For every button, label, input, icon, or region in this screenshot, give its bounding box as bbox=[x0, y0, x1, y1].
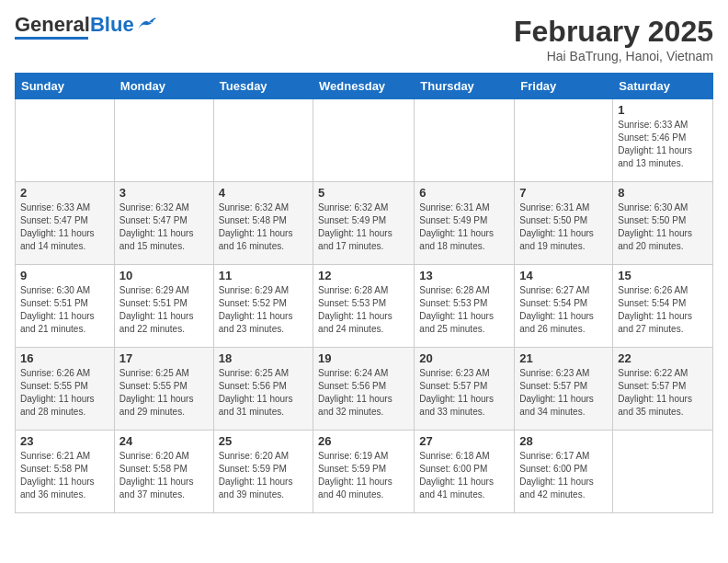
table-row: 28Sunrise: 6:17 AM Sunset: 6:00 PM Dayli… bbox=[515, 431, 613, 513]
table-row: 27Sunrise: 6:18 AM Sunset: 6:00 PM Dayli… bbox=[415, 431, 515, 513]
table-row: 14Sunrise: 6:27 AM Sunset: 5:54 PM Dayli… bbox=[515, 265, 613, 348]
table-row: 23Sunrise: 6:21 AM Sunset: 5:58 PM Dayli… bbox=[16, 431, 115, 513]
calendar-header-row: Sunday Monday Tuesday Wednesday Thursday… bbox=[16, 74, 713, 99]
day-info: Sunrise: 6:24 AM Sunset: 5:56 PM Dayligh… bbox=[318, 367, 409, 419]
table-row: 18Sunrise: 6:25 AM Sunset: 5:56 PM Dayli… bbox=[213, 348, 313, 431]
day-number: 14 bbox=[519, 269, 608, 282]
day-info: Sunrise: 6:19 AM Sunset: 5:59 PM Dayligh… bbox=[318, 450, 409, 501]
day-number: 23 bbox=[20, 434, 109, 448]
day-number: 2 bbox=[20, 186, 109, 200]
col-monday: Monday bbox=[114, 74, 213, 99]
day-number: 15 bbox=[618, 269, 708, 282]
table-row: 13Sunrise: 6:28 AM Sunset: 5:53 PM Dayli… bbox=[415, 265, 515, 348]
logo: GeneralBlue bbox=[15, 15, 156, 40]
table-row: 6Sunrise: 6:31 AM Sunset: 5:49 PM Daylig… bbox=[415, 182, 515, 265]
day-number: 25 bbox=[219, 434, 308, 448]
day-number: 22 bbox=[618, 351, 708, 365]
day-info: Sunrise: 6:30 AM Sunset: 5:50 PM Dayligh… bbox=[618, 201, 708, 253]
table-row bbox=[313, 99, 415, 182]
table-row bbox=[114, 99, 213, 182]
col-wednesday: Wednesday bbox=[313, 74, 415, 99]
logo-underline bbox=[15, 37, 88, 40]
table-row: 26Sunrise: 6:19 AM Sunset: 5:59 PM Dayli… bbox=[313, 431, 415, 513]
day-info: Sunrise: 6:33 AM Sunset: 5:47 PM Dayligh… bbox=[20, 201, 109, 253]
day-number: 13 bbox=[419, 269, 509, 282]
table-row: 16Sunrise: 6:26 AM Sunset: 5:55 PM Dayli… bbox=[16, 348, 115, 431]
day-number: 8 bbox=[618, 186, 708, 200]
calendar-week-row: 16Sunrise: 6:26 AM Sunset: 5:55 PM Dayli… bbox=[16, 348, 713, 431]
col-thursday: Thursday bbox=[415, 74, 515, 99]
day-info: Sunrise: 6:26 AM Sunset: 5:54 PM Dayligh… bbox=[618, 284, 708, 336]
table-row: 25Sunrise: 6:20 AM Sunset: 5:59 PM Dayli… bbox=[213, 431, 313, 513]
day-number: 10 bbox=[119, 269, 209, 282]
col-tuesday: Tuesday bbox=[213, 74, 313, 99]
day-info: Sunrise: 6:23 AM Sunset: 5:57 PM Dayligh… bbox=[419, 367, 509, 419]
day-info: Sunrise: 6:30 AM Sunset: 5:51 PM Dayligh… bbox=[20, 284, 109, 336]
day-info: Sunrise: 6:18 AM Sunset: 6:00 PM Dayligh… bbox=[419, 450, 509, 501]
calendar-table: Sunday Monday Tuesday Wednesday Thursday… bbox=[15, 73, 713, 513]
day-number: 27 bbox=[419, 434, 509, 448]
day-number: 7 bbox=[519, 186, 608, 200]
table-row: 12Sunrise: 6:28 AM Sunset: 5:53 PM Dayli… bbox=[313, 265, 415, 348]
table-row: 9Sunrise: 6:30 AM Sunset: 5:51 PM Daylig… bbox=[16, 265, 115, 348]
table-row bbox=[213, 99, 313, 182]
table-row: 19Sunrise: 6:24 AM Sunset: 5:56 PM Dayli… bbox=[313, 348, 415, 431]
table-row: 4Sunrise: 6:32 AM Sunset: 5:48 PM Daylig… bbox=[213, 182, 313, 265]
calendar-week-row: 23Sunrise: 6:21 AM Sunset: 5:58 PM Dayli… bbox=[16, 431, 713, 513]
day-number: 16 bbox=[20, 351, 109, 365]
day-number: 9 bbox=[20, 269, 109, 282]
day-number: 5 bbox=[318, 186, 409, 200]
col-sunday: Sunday bbox=[16, 74, 115, 99]
day-info: Sunrise: 6:28 AM Sunset: 5:53 PM Dayligh… bbox=[419, 284, 509, 336]
day-info: Sunrise: 6:20 AM Sunset: 5:58 PM Dayligh… bbox=[119, 450, 209, 501]
day-number: 17 bbox=[119, 351, 209, 365]
day-info: Sunrise: 6:21 AM Sunset: 5:58 PM Dayligh… bbox=[20, 450, 109, 501]
logo-bird-icon bbox=[136, 17, 156, 33]
col-friday: Friday bbox=[515, 74, 613, 99]
day-number: 18 bbox=[219, 351, 308, 365]
day-info: Sunrise: 6:27 AM Sunset: 5:54 PM Dayligh… bbox=[519, 284, 608, 336]
day-info: Sunrise: 6:29 AM Sunset: 5:52 PM Dayligh… bbox=[219, 284, 308, 336]
table-row: 11Sunrise: 6:29 AM Sunset: 5:52 PM Dayli… bbox=[213, 265, 313, 348]
day-number: 28 bbox=[519, 434, 608, 448]
day-info: Sunrise: 6:32 AM Sunset: 5:48 PM Dayligh… bbox=[219, 201, 308, 253]
page-header: GeneralBlue February 2025 Hai BaTrung, H… bbox=[15, 15, 713, 63]
day-info: Sunrise: 6:32 AM Sunset: 5:49 PM Dayligh… bbox=[318, 201, 409, 253]
day-number: 20 bbox=[419, 351, 509, 365]
day-number: 1 bbox=[618, 103, 708, 117]
table-row: 8Sunrise: 6:30 AM Sunset: 5:50 PM Daylig… bbox=[613, 182, 713, 265]
day-info: Sunrise: 6:31 AM Sunset: 5:49 PM Dayligh… bbox=[419, 201, 509, 253]
table-row: 7Sunrise: 6:31 AM Sunset: 5:50 PM Daylig… bbox=[515, 182, 613, 265]
table-row bbox=[613, 431, 713, 513]
day-info: Sunrise: 6:33 AM Sunset: 5:46 PM Dayligh… bbox=[618, 119, 708, 170]
month-title: February 2025 bbox=[514, 15, 713, 49]
day-number: 3 bbox=[119, 186, 209, 200]
calendar-week-row: 9Sunrise: 6:30 AM Sunset: 5:51 PM Daylig… bbox=[16, 265, 713, 348]
calendar-week-row: 2Sunrise: 6:33 AM Sunset: 5:47 PM Daylig… bbox=[16, 182, 713, 265]
table-row: 21Sunrise: 6:23 AM Sunset: 5:57 PM Dayli… bbox=[515, 348, 613, 431]
day-info: Sunrise: 6:32 AM Sunset: 5:47 PM Dayligh… bbox=[119, 201, 209, 253]
table-row: 10Sunrise: 6:29 AM Sunset: 5:51 PM Dayli… bbox=[114, 265, 213, 348]
day-number: 4 bbox=[219, 186, 308, 200]
table-row: 3Sunrise: 6:32 AM Sunset: 5:47 PM Daylig… bbox=[114, 182, 213, 265]
day-number: 12 bbox=[318, 269, 409, 282]
table-row: 15Sunrise: 6:26 AM Sunset: 5:54 PM Dayli… bbox=[613, 265, 713, 348]
table-row: 17Sunrise: 6:25 AM Sunset: 5:55 PM Dayli… bbox=[114, 348, 213, 431]
table-row: 5Sunrise: 6:32 AM Sunset: 5:49 PM Daylig… bbox=[313, 182, 415, 265]
title-section: February 2025 Hai BaTrung, Hanoi, Vietna… bbox=[514, 15, 713, 63]
table-row bbox=[16, 99, 115, 182]
day-info: Sunrise: 6:25 AM Sunset: 5:55 PM Dayligh… bbox=[119, 367, 209, 419]
table-row: 22Sunrise: 6:22 AM Sunset: 5:57 PM Dayli… bbox=[613, 348, 713, 431]
day-number: 24 bbox=[119, 434, 209, 448]
table-row: 24Sunrise: 6:20 AM Sunset: 5:58 PM Dayli… bbox=[114, 431, 213, 513]
day-info: Sunrise: 6:31 AM Sunset: 5:50 PM Dayligh… bbox=[519, 201, 608, 253]
day-info: Sunrise: 6:23 AM Sunset: 5:57 PM Dayligh… bbox=[519, 367, 608, 419]
day-number: 19 bbox=[318, 351, 409, 365]
calendar-week-row: 1Sunrise: 6:33 AM Sunset: 5:46 PM Daylig… bbox=[16, 99, 713, 182]
day-number: 26 bbox=[318, 434, 409, 448]
day-info: Sunrise: 6:29 AM Sunset: 5:51 PM Dayligh… bbox=[119, 284, 209, 336]
day-info: Sunrise: 6:22 AM Sunset: 5:57 PM Dayligh… bbox=[618, 367, 708, 419]
col-saturday: Saturday bbox=[613, 74, 713, 99]
day-info: Sunrise: 6:28 AM Sunset: 5:53 PM Dayligh… bbox=[318, 284, 409, 336]
location: Hai BaTrung, Hanoi, Vietnam bbox=[514, 49, 713, 63]
